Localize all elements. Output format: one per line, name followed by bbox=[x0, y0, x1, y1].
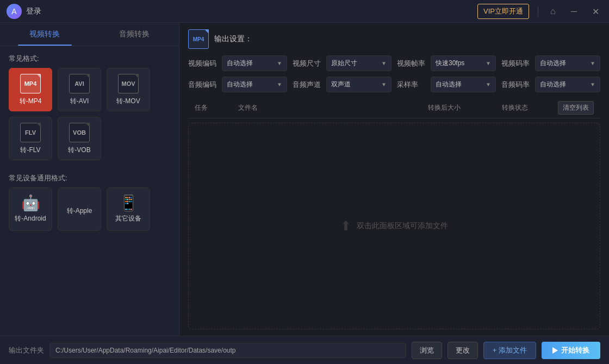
device-item-android[interactable]: 🤖 转-Android bbox=[9, 187, 52, 231]
audio-channel-value: 双声道 bbox=[331, 80, 351, 89]
apple-label: 转-Apple bbox=[67, 206, 92, 216]
mp4-icon: MP4 bbox=[20, 74, 41, 93]
video-bitrate-select[interactable]: 自动选择 ▼ bbox=[535, 55, 600, 71]
format-item-flv[interactable]: FLV 转-FLV bbox=[9, 117, 52, 160]
format-item-vob[interactable]: VOB 转-VOB bbox=[58, 117, 101, 160]
cursor-icon: ⬆ bbox=[340, 218, 351, 234]
change-button[interactable]: 更改 bbox=[448, 342, 478, 359]
play-icon bbox=[552, 347, 558, 354]
android-icon: 🤖 bbox=[21, 196, 40, 211]
flv-icon: FLV bbox=[20, 123, 41, 142]
video-bitrate-value: 自动选择 bbox=[540, 59, 566, 68]
device-item-other[interactable]: 📱 其它设备 bbox=[107, 187, 150, 231]
output-settings-title: 输出设置： bbox=[214, 34, 252, 44]
output-header: MP4 输出设置： bbox=[188, 29, 600, 49]
file-drop-area[interactable]: ⬆ 双击此面板区域可添加文件 bbox=[188, 123, 600, 329]
app-title: 登录 bbox=[26, 7, 41, 16]
device-grid: 🤖 转-Android 转-Apple 📱 其它设备 bbox=[0, 187, 179, 236]
avi-label: 转-AVI bbox=[70, 97, 89, 106]
video-codec-arrow: ▼ bbox=[277, 60, 282, 66]
browse-button[interactable]: 浏览 bbox=[412, 342, 442, 359]
audio-bitrate-label: 音频码率 bbox=[501, 80, 532, 90]
tab-video[interactable]: 视频转换 bbox=[0, 23, 90, 46]
col-action-header: 清空列表 bbox=[550, 101, 594, 115]
sample-rate-label: 采样率 bbox=[397, 80, 427, 90]
video-bitrate-item: 视频码率 自动选择 ▼ bbox=[501, 55, 600, 71]
vob-icon: VOB bbox=[69, 123, 90, 142]
video-bitrate-label: 视频码率 bbox=[501, 59, 532, 68]
audio-codec-item: 音频编码 自动选择 ▼ bbox=[188, 77, 287, 92]
start-convert-button[interactable]: 开始转换 bbox=[542, 342, 600, 359]
minimize-button[interactable]: ─ bbox=[568, 5, 580, 17]
audio-codec-select[interactable]: 自动选择 ▼ bbox=[222, 77, 287, 92]
app-logo: A bbox=[7, 4, 22, 19]
video-size-value: 原始尺寸 bbox=[331, 59, 357, 68]
tab-audio[interactable]: 音频转换 bbox=[90, 23, 179, 46]
add-file-button[interactable]: + 添加文件 bbox=[483, 342, 536, 359]
audio-bitrate-value: 自动选择 bbox=[540, 80, 566, 89]
vob-label: 转-VOB bbox=[68, 146, 90, 155]
audio-channel-select[interactable]: 双声道 ▼ bbox=[326, 77, 391, 92]
common-formats-label: 常见格式: bbox=[0, 46, 179, 68]
video-size-arrow: ▼ bbox=[381, 60, 387, 66]
col-size-header: 转换后大小 bbox=[409, 103, 480, 112]
start-label: 开始转换 bbox=[561, 346, 589, 355]
audio-codec-label: 音频编码 bbox=[188, 80, 219, 90]
video-fps-value: 快速30fps bbox=[436, 59, 464, 68]
home-button[interactable]: ⌂ bbox=[547, 5, 559, 17]
output-path: C:/Users/User/AppData/Roaming/Aipai/Edit… bbox=[49, 343, 406, 358]
clear-list-button[interactable]: 清空列表 bbox=[558, 101, 594, 115]
mov-icon: MOV bbox=[118, 74, 139, 93]
sidebar: 视频转换 音频转换 常见格式: MP4 转-MP4 AVI 转-AVI MOV … bbox=[0, 23, 179, 336]
video-fps-item: 视频帧率 快速30fps ▼ bbox=[397, 55, 496, 71]
sample-rate-arrow: ▼ bbox=[486, 81, 491, 87]
titlebar-separator bbox=[538, 6, 538, 17]
titlebar-controls: VIP立即开通 ⌂ ─ ✕ bbox=[477, 0, 602, 23]
main-layout: 视频转换 音频转换 常见格式: MP4 转-MP4 AVI 转-AVI MOV … bbox=[0, 23, 609, 336]
video-size-item: 视频尺寸 原始尺寸 ▼ bbox=[293, 55, 391, 71]
drop-area-hint: 双击此面板区域可添加文件 bbox=[357, 221, 448, 231]
video-codec-select[interactable]: 自动选择 ▼ bbox=[222, 55, 287, 71]
output-format-badge: MP4 bbox=[188, 29, 209, 49]
col-status-header: 转换状态 bbox=[480, 103, 550, 112]
flv-label: 转-FLV bbox=[20, 146, 40, 155]
video-bitrate-arrow: ▼ bbox=[590, 60, 595, 66]
output-folder-label: 输出文件夹 bbox=[9, 346, 44, 355]
format-item-mov[interactable]: MOV 转-MOV bbox=[107, 68, 150, 111]
col-filename-header: 文件名 bbox=[238, 103, 409, 112]
video-fps-label: 视频帧率 bbox=[397, 59, 427, 68]
sample-rate-item: 采样率 自动选择 ▼ bbox=[397, 77, 496, 92]
video-codec-value: 自动选择 bbox=[227, 59, 253, 68]
format-item-avi[interactable]: AVI 转-AVI bbox=[58, 68, 101, 111]
logo-text: A bbox=[11, 7, 16, 16]
audio-channel-item: 音频声道 双声道 ▼ bbox=[293, 77, 391, 92]
format-item-mp4[interactable]: MP4 转-MP4 bbox=[9, 68, 52, 111]
col-task-header: 任务 bbox=[195, 103, 238, 112]
other-device-label: 其它设备 bbox=[115, 214, 141, 223]
sample-rate-value: 自动选择 bbox=[436, 80, 462, 89]
video-fps-select[interactable]: 快速30fps ▼ bbox=[431, 55, 496, 71]
audio-codec-value: 自动选择 bbox=[227, 80, 253, 89]
close-button[interactable]: ✕ bbox=[589, 5, 602, 18]
bottom-bar: 输出文件夹 C:/Users/User/AppData/Roaming/Aipa… bbox=[0, 336, 609, 364]
video-size-select[interactable]: 原始尺寸 ▼ bbox=[326, 55, 391, 71]
content-area: MP4 输出设置： 视频编码 自动选择 ▼ 视频尺寸 原始尺寸 ▼ 视频帧率 bbox=[179, 23, 609, 336]
avi-icon: AVI bbox=[69, 74, 90, 93]
android-label: 转-Android bbox=[15, 214, 46, 223]
add-file-label: + 添加文件 bbox=[493, 346, 527, 355]
audio-bitrate-select[interactable]: 自动选择 ▼ bbox=[535, 77, 600, 92]
mov-label: 转-MOV bbox=[116, 97, 140, 106]
video-codec-item: 视频编码 自动选择 ▼ bbox=[188, 55, 287, 71]
video-codec-label: 视频编码 bbox=[188, 59, 219, 68]
vip-button[interactable]: VIP立即开通 bbox=[477, 4, 529, 19]
video-fps-arrow: ▼ bbox=[486, 60, 491, 66]
sample-rate-select[interactable]: 自动选择 ▼ bbox=[431, 77, 496, 92]
audio-channel-arrow: ▼ bbox=[381, 81, 387, 87]
mp4-label: 转-MP4 bbox=[20, 97, 42, 106]
audio-bitrate-item: 音频码率 自动选择 ▼ bbox=[501, 77, 600, 92]
format-grid: MP4 转-MP4 AVI 转-AVI MOV 转-MOV FLV 转-FLV … bbox=[0, 68, 179, 166]
audio-codec-arrow: ▼ bbox=[277, 81, 282, 87]
device-item-apple[interactable]: 转-Apple bbox=[58, 187, 101, 231]
video-size-label: 视频尺寸 bbox=[293, 59, 323, 68]
tab-bar: 视频转换 音频转换 bbox=[0, 23, 179, 46]
